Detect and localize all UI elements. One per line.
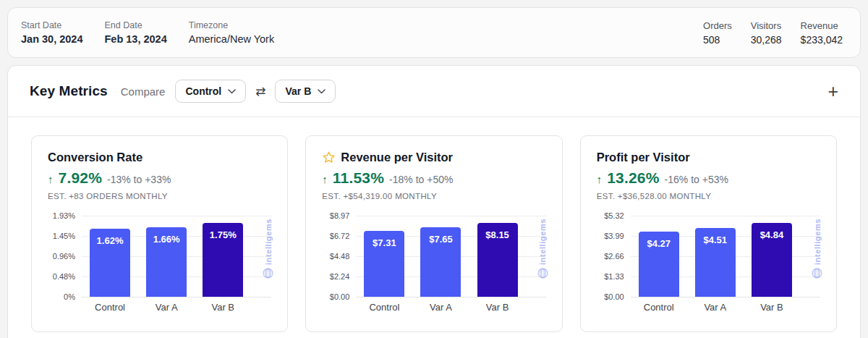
y-tick-label: $1.33 [604, 272, 624, 281]
metric-card-conversion-rate: Conversion Rate ↑ 7.92% -13% to +33% EST… [31, 135, 288, 332]
bar-column: 1.62% [82, 216, 138, 297]
revenue-value: $233,042 [801, 34, 843, 46]
y-axis: $8.97$6.72$4.48$2.24$0.00 [322, 216, 349, 297]
lift-value: 7.92% [59, 169, 103, 187]
bars-group: $4.27$4.51$4.84 [631, 216, 800, 297]
start-date-label: Start Date [21, 20, 82, 30]
lift-value: 11.53% [333, 169, 384, 187]
y-tick-label: $3.99 [604, 232, 624, 240]
plot-area: $4.27$4.51$4.84intelligems [631, 216, 820, 297]
x-axis-labels: ControlVar AVar B [82, 302, 251, 313]
bar-var-b: $4.84 [752, 223, 792, 297]
bar-value-label: 1.66% [146, 234, 187, 245]
y-tick-label: $8.97 [330, 211, 350, 220]
bar-value-label: $8.15 [477, 229, 518, 240]
add-metric-button[interactable]: + [827, 83, 838, 101]
section-title: Key Metrics [30, 83, 108, 99]
timezone-value: America/New York [189, 33, 274, 45]
compare-label: Compare [121, 85, 166, 98]
compare-right-value: Var B [285, 85, 311, 97]
x-axis-labels: ControlVar AVar B [356, 302, 525, 313]
end-date-value: Feb 13, 2024 [104, 33, 166, 45]
estimate-text: EST. +$36,528.00 MONTHLY [597, 192, 820, 200]
revenue-label: Revenue [801, 20, 843, 31]
start-date-field[interactable]: Start Date Jan 30, 2024 [21, 20, 82, 45]
bar-chart: 1.93%1.45%0.96%0.48%0% 1.62%1.66%1.75%in… [48, 216, 271, 297]
lift-range: -18% to +50% [389, 174, 453, 185]
chevron-down-icon [228, 89, 236, 94]
bar-chart: $5.32$3.99$2.66$1.33$0.00 $4.27$4.51$4.8… [597, 216, 820, 297]
watermark-text: intelligems [813, 219, 822, 265]
x-tick-label: Var B [195, 302, 251, 313]
swap-variants-icon[interactable]: ⇄ [255, 85, 265, 98]
bar-column: $7.31 [356, 216, 412, 297]
metric-title: Revenue per Visitor [322, 151, 545, 164]
key-metrics-panel: Key Metrics Compare Control ⇄ Var B + Co… [7, 65, 861, 338]
x-tick-label: Control [631, 302, 687, 313]
y-tick-label: 1.93% [53, 211, 75, 220]
x-tick-label: Control [82, 302, 138, 313]
bar-column: $4.27 [631, 216, 687, 297]
summary-stats: Orders 508 Visitors 30,268 Revenue $233,… [703, 20, 843, 46]
chevron-down-icon [318, 89, 326, 94]
timezone-field[interactable]: Timezone America/New York [189, 20, 274, 45]
key-metrics-header: Key Metrics Compare Control ⇄ Var B + [8, 66, 860, 117]
lift-range: -13% to +33% [107, 174, 171, 185]
lift-value: 13.26% [607, 169, 659, 187]
intelligems-logo-icon [811, 267, 823, 279]
bar-var-a: $4.51 [695, 228, 736, 297]
bar-column: 1.75% [195, 216, 251, 297]
metric-card-profit-per-visitor: Profit per Visitor ↑ 13.26% -16% to +53%… [580, 135, 837, 332]
bar-value-label: $7.65 [420, 234, 461, 245]
y-tick-label: $5.32 [604, 211, 624, 220]
metric-cards-row: Conversion Rate ↑ 7.92% -13% to +33% EST… [8, 117, 860, 338]
bar-column: $4.84 [744, 216, 800, 297]
estimate-text: EST. +$54,319.00 MONTHLY [322, 192, 545, 200]
bar-control: $7.31 [364, 231, 404, 297]
dashboard-page: Start Date Jan 30, 2024 End Date Feb 13,… [0, 0, 868, 338]
bars-group: 1.62%1.66%1.75% [82, 216, 251, 297]
bar-var-a: $7.65 [420, 227, 461, 297]
x-tick-label: Var A [687, 302, 744, 313]
intelligems-logo-icon [537, 267, 549, 279]
bar-column: $8.15 [469, 216, 526, 297]
visitors-value: 30,268 [751, 34, 782, 46]
star-icon[interactable] [322, 151, 336, 164]
bar-value-label: 1.62% [90, 235, 130, 246]
y-tick-label: $4.48 [330, 252, 350, 261]
y-tick-label: $0.00 [330, 292, 350, 301]
visitors-label: Visitors [751, 20, 782, 31]
y-tick-label: $0.00 [604, 292, 624, 301]
timezone-label: Timezone [189, 20, 274, 30]
gridline [356, 297, 545, 297]
bar-value-label: $4.84 [752, 229, 792, 240]
bar-column: $4.51 [687, 216, 744, 297]
y-tick-label: $2.66 [604, 252, 624, 261]
metric-card-revenue-per-visitor: Revenue per Visitor ↑ 11.53% -18% to +50… [305, 135, 562, 332]
orders-stat: Orders 508 [703, 20, 732, 46]
bar-value-label: $7.31 [364, 237, 404, 248]
x-tick-label: Var A [412, 302, 469, 313]
x-tick-label: Var B [469, 302, 526, 313]
x-tick-label: Control [356, 302, 412, 313]
bar-var-a: 1.66% [146, 227, 187, 297]
x-tick-label: Var B [744, 302, 800, 313]
end-date-field[interactable]: End Date Feb 13, 2024 [104, 20, 166, 45]
watermark-text: intelligems [538, 219, 547, 265]
bar-var-b: $8.15 [477, 223, 518, 297]
bar-value-label: $4.27 [639, 238, 679, 249]
compare-right-dropdown[interactable]: Var B [275, 80, 336, 103]
metric-title: Profit per Visitor [597, 151, 820, 164]
up-arrow-icon: ↑ [322, 173, 328, 185]
end-date-label: End Date [104, 20, 166, 30]
bar-chart: $8.97$6.72$4.48$2.24$0.00 $7.31$7.65$8.1… [322, 216, 545, 297]
compare-left-dropdown[interactable]: Control [175, 80, 246, 103]
revenue-stat: Revenue $233,042 [801, 20, 843, 46]
y-tick-label: $2.24 [330, 272, 350, 281]
intelligems-watermark: intelligems [262, 219, 274, 279]
lift-row: ↑ 13.26% -16% to +53% [597, 169, 820, 187]
bar-value-label: $4.51 [695, 235, 736, 245]
plot-area: $7.31$7.65$8.15intelligems [356, 216, 545, 297]
y-tick-label: $6.72 [330, 232, 350, 240]
summary-topbar: Start Date Jan 30, 2024 End Date Feb 13,… [7, 7, 861, 58]
